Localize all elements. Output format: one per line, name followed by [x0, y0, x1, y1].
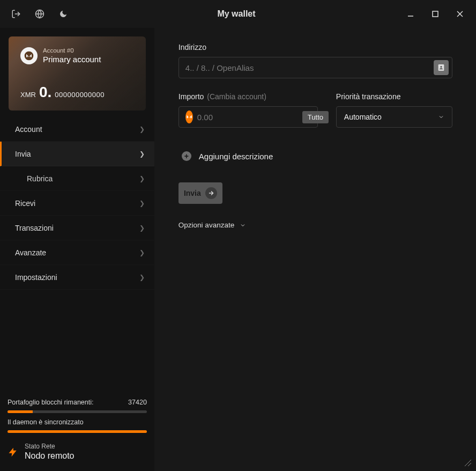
balance: XMR 0. 000000000000 [20, 84, 105, 101]
wallet-sync-progress [8, 410, 147, 413]
nav-label: Ricevi [15, 199, 35, 208]
advanced-options-label: Opzioni avanzate [178, 221, 234, 229]
chevron-down-icon [438, 114, 444, 120]
account-name: Primary account [43, 55, 101, 64]
chevron-right-icon: ❯ [139, 150, 145, 158]
address-input-wrap [178, 57, 452, 78]
plus-circle-icon: + [182, 151, 191, 161]
account-subtitle: Account #0 [43, 47, 101, 55]
advanced-options-toggle[interactable]: Opzioni avanzate [178, 221, 452, 229]
nav-account[interactable]: Account ❯ [0, 117, 154, 142]
nav-label: Avanzate [15, 248, 46, 257]
maximize-button[interactable] [428, 6, 443, 21]
chevron-right-icon: ❯ [139, 200, 145, 207]
amount-input-wrap: Tutto [178, 106, 318, 128]
amount-all-button[interactable]: Tutto [302, 111, 329, 123]
nav-receive[interactable]: Ricevi ❯ [0, 191, 154, 216]
resize-handle-icon[interactable] [464, 459, 472, 467]
balance-integer: 0. [39, 84, 51, 101]
nav-label: Impostazioni [15, 273, 57, 282]
network-status[interactable]: Stato Rete Nodo remoto [0, 437, 154, 471]
send-button[interactable]: Invia [178, 182, 222, 204]
wallet-sync-label: Portafoglio blocchi rimanenti: [8, 399, 94, 406]
network-value: Nodo remoto [25, 451, 75, 461]
logout-icon[interactable] [10, 8, 23, 20]
add-description-button[interactable]: + Aggiungi descrizione [178, 151, 452, 161]
minimize-button[interactable] [403, 6, 418, 21]
account-card[interactable]: Account #0 Primary account XMR 0. 000000… [9, 36, 146, 111]
chevron-right-icon: ❯ [139, 175, 145, 182]
nav-label: Invia [15, 150, 31, 158]
arrow-right-circle-icon [205, 187, 217, 199]
svg-rect-4 [433, 11, 438, 17]
chevron-right-icon: ❯ [139, 274, 145, 281]
monero-logo-icon [20, 47, 38, 64]
add-description-label: Aggiungi descrizione [199, 152, 273, 161]
navigation: Account ❯ Invia ❯ Rubrica ❯ Ricevi ❯ Tra… [0, 117, 154, 290]
amount-input[interactable] [197, 113, 299, 122]
nav-advanced[interactable]: Avanzate ❯ [0, 240, 154, 265]
window-title: My wallet [70, 9, 403, 19]
nav-transactions[interactable]: Transazioni ❯ [0, 216, 154, 240]
nav-send[interactable]: Invia ❯ [0, 142, 154, 166]
svg-line-10 [465, 460, 471, 466]
nav-address-book[interactable]: Rubrica ❯ [0, 166, 154, 191]
priority-value: Automatico [344, 113, 382, 121]
send-button-label: Invia [184, 189, 201, 197]
balance-currency: XMR [20, 91, 36, 99]
amount-hint[interactable]: (Cambia account) [207, 92, 266, 101]
daemon-sync-progress [8, 430, 147, 433]
nav-label: Transazioni [15, 224, 54, 232]
titlebar: My wallet [0, 0, 476, 28]
wallet-sync-value: 37420 [128, 399, 147, 406]
bolt-icon [8, 445, 18, 459]
svg-line-11 [468, 463, 471, 466]
nav-settings[interactable]: Impostazioni ❯ [0, 265, 154, 290]
sidebar: Account #0 Primary account XMR 0. 000000… [0, 28, 155, 471]
moon-icon[interactable] [57, 8, 70, 20]
monero-icon [185, 111, 193, 123]
close-button[interactable] [452, 6, 467, 21]
chevron-right-icon: ❯ [139, 249, 145, 256]
nav-label: Account [15, 125, 42, 134]
priority-select[interactable]: Automatico [336, 106, 452, 128]
priority-label: Priorità transazione [336, 92, 452, 101]
globe-icon[interactable] [33, 8, 46, 20]
address-input[interactable] [185, 63, 434, 72]
chevron-right-icon: ❯ [139, 224, 145, 232]
chevron-down-icon [240, 222, 246, 229]
amount-label: Importo [178, 92, 204, 101]
sync-status: Portafoglio blocchi rimanenti: 37420 Il … [0, 393, 154, 437]
svg-point-8 [440, 66, 442, 68]
main-panel: Indirizzo Importo (Cambia account) [155, 28, 476, 471]
chevron-right-icon: ❯ [139, 126, 145, 133]
balance-fraction: 000000000000 [55, 91, 105, 99]
address-book-button[interactable] [434, 60, 449, 75]
nav-label: Rubrica [27, 174, 53, 183]
titlebar-actions [6, 8, 70, 20]
address-label: Indirizzo [178, 43, 452, 51]
window-controls [403, 6, 470, 21]
daemon-sync-label: Il daemon è sincronizzato [8, 418, 84, 426]
network-label: Stato Rete [25, 443, 75, 451]
